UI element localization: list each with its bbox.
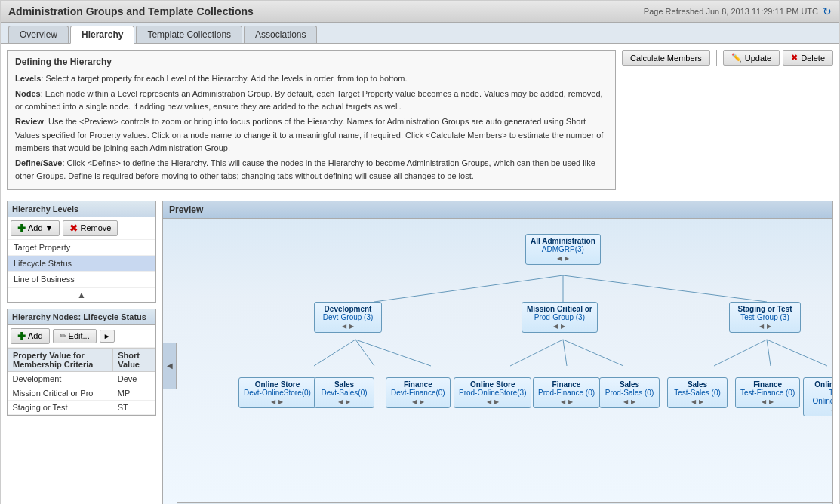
define-text: Click <Define> to define the Hierarchy. … bbox=[15, 158, 595, 181]
col-property: Property Value for Membership Criteria bbox=[8, 348, 113, 371]
scroll-btn[interactable]: ▶ bbox=[769, 398, 774, 405]
node-title: Online Store bbox=[808, 380, 832, 389]
scroll-btn[interactable]: ▶ bbox=[420, 398, 424, 405]
svg-line-8 bbox=[563, 340, 623, 366]
level2-node-0[interactable]: Online Store Devt-OnlineStore(0) ◀ ▶ bbox=[238, 377, 316, 408]
svg-line-11 bbox=[767, 340, 827, 366]
tab-template-collections[interactable]: Template Collections bbox=[136, 26, 242, 43]
left-panel: Hierarchy Levels ✚ Add ▼ ✖ Remove bbox=[7, 201, 156, 504]
svg-line-6 bbox=[510, 340, 563, 366]
edit-node-button[interactable]: ✏ Edit... bbox=[53, 329, 97, 343]
node-sub: Prod-Group (3) bbox=[527, 313, 592, 321]
level2-node-2[interactable]: Finance Devt-Finance(0) ◀ ▶ bbox=[386, 377, 451, 408]
scroll-btn[interactable]: ◀ bbox=[561, 398, 565, 405]
update-icon: ✏️ bbox=[731, 53, 742, 63]
level1-node-devt[interactable]: Development Devt-Group (3) ◀ ▶ bbox=[314, 302, 382, 333]
scroll-btn[interactable]: ▶ bbox=[568, 398, 573, 405]
level1-node-test[interactable]: Staging or Test Test-Group (3) ◀ ▶ bbox=[729, 302, 801, 333]
scroll-btn[interactable]: ◀ bbox=[412, 398, 417, 405]
scroll-btn[interactable]: ◀ bbox=[553, 323, 558, 330]
svg-line-10 bbox=[767, 340, 771, 366]
scroll-btn[interactable]: ◀ bbox=[691, 398, 696, 405]
tab-overview[interactable]: Overview bbox=[8, 26, 69, 43]
level2-node-8[interactable]: Online Store Test-OnlineStore(0) ◀ ▶ bbox=[803, 377, 832, 416]
scroll-btn[interactable]: ▶ bbox=[346, 398, 350, 405]
add-level-button[interactable]: ✚ Add ▼ bbox=[11, 220, 60, 236]
info-nodes: Nodes: Each node within a Level represen… bbox=[15, 88, 608, 114]
level2-node-7[interactable]: Finance Test-Finance (0) ◀ ▶ bbox=[735, 377, 800, 408]
tab-associations[interactable]: Associations bbox=[244, 26, 317, 43]
scroll-btn[interactable]: ◀ bbox=[759, 323, 764, 330]
node-sub: Prod-Finance (0) bbox=[538, 389, 595, 397]
remove-level-button[interactable]: ✖ Remove bbox=[63, 220, 118, 236]
node-sub: Devt-Group (3) bbox=[319, 313, 377, 321]
level1-node-prod[interactable]: Mission Critical or Prod-Group (3) ◀ ▶ bbox=[522, 302, 598, 333]
property-value: Development bbox=[8, 371, 113, 386]
more-button[interactable]: ► bbox=[100, 330, 115, 343]
content-area: Hierarchy Levels ✚ Add ▼ ✖ Remove bbox=[7, 201, 833, 504]
scroll-btn[interactable]: ▶ bbox=[494, 398, 499, 405]
scroll-btn[interactable]: ◀ bbox=[623, 398, 628, 405]
levels-label: Levels bbox=[15, 74, 41, 83]
node-title: Development bbox=[319, 305, 377, 313]
table-row[interactable]: Development Deve bbox=[8, 371, 155, 386]
preview-header: Preview bbox=[163, 201, 832, 219]
level2-node-6[interactable]: Sales Test-Sales (0) ◀ ▶ bbox=[667, 377, 728, 408]
plus-icon: ✚ bbox=[17, 330, 26, 342]
preview-box: Preview ◀ bbox=[162, 201, 833, 504]
scroll-btn[interactable]: ◀ bbox=[271, 398, 275, 405]
svg-line-0 bbox=[374, 275, 563, 302]
scroll-btn[interactable]: ◀ bbox=[557, 255, 562, 262]
scroll-btn[interactable]: ◀ bbox=[487, 398, 491, 405]
pencil-icon: ✏ bbox=[60, 331, 66, 341]
review-text: Use the <Preview> controls to zoom or br… bbox=[15, 117, 603, 152]
update-button[interactable]: ✏️ Update bbox=[723, 50, 780, 66]
refresh-icon[interactable]: ↻ bbox=[823, 5, 832, 17]
page-header: Administration Groups and Template Colle… bbox=[1, 1, 839, 23]
refresh-text: Page Refreshed Jun 8, 2013 11:29:11 PM U… bbox=[644, 7, 818, 16]
level2-node-5[interactable]: Sales Prod-Sales (0) ◀ ▶ bbox=[599, 377, 660, 408]
svg-line-5 bbox=[355, 340, 431, 366]
up-arrow[interactable]: ▲ bbox=[8, 287, 155, 302]
scroll-btn[interactable]: ▶ bbox=[631, 398, 635, 405]
list-item[interactable]: Line of Business bbox=[8, 272, 155, 287]
level2-node-1[interactable]: Sales Devt-Sales(0) ◀ ▶ bbox=[314, 377, 374, 408]
short-value: MP bbox=[113, 386, 155, 400]
add-node-button[interactable]: ✚ Add bbox=[11, 328, 50, 344]
scroll-btn[interactable]: ◀ bbox=[831, 407, 832, 413]
level2-node-3[interactable]: Online Store Prod-OnlineStore(3) ◀ ▶ bbox=[454, 377, 531, 408]
scroll-btn[interactable]: ▶ bbox=[278, 398, 283, 405]
node-title: Sales bbox=[605, 380, 654, 389]
scroll-left-arrow[interactable]: ◀ bbox=[163, 343, 177, 389]
nodes-toolbar: ✚ Add ✏ Edit... ► bbox=[8, 325, 155, 348]
level2-node-4[interactable]: Finance Prod-Finance (0) ◀ ▶ bbox=[533, 377, 600, 408]
table-row[interactable]: Staging or Test ST bbox=[8, 400, 155, 414]
node-sub: Devt-Sales(0) bbox=[319, 389, 369, 397]
calculate-members-button[interactable]: Calculate Members bbox=[622, 50, 710, 66]
scroll-btn[interactable]: ◀ bbox=[342, 323, 346, 330]
scroll-btn[interactable]: ▶ bbox=[561, 323, 565, 330]
nodes-text: Each node within a Level represents an A… bbox=[15, 89, 603, 112]
root-scrollbar: ◀ ▶ bbox=[531, 255, 595, 262]
delete-button[interactable]: ✖ Delete bbox=[783, 50, 833, 66]
table-row[interactable]: Mission Critical or Pro MP bbox=[8, 386, 155, 400]
scroll-btn[interactable]: ◀ bbox=[338, 398, 343, 405]
main-content: Defining the Hierarchy Levels: Select a … bbox=[1, 44, 839, 504]
svg-line-7 bbox=[563, 340, 567, 366]
list-item[interactable]: Lifecycle Status bbox=[8, 256, 155, 272]
scroll-btn[interactable]: ◀ bbox=[762, 398, 766, 405]
node-title: Online Store bbox=[244, 380, 311, 389]
node-title: Sales bbox=[319, 380, 369, 389]
scroll-btn[interactable]: ▶ bbox=[349, 323, 354, 330]
node-sub: Devt-Finance(0) bbox=[391, 389, 445, 397]
root-node[interactable]: All Administration ADMGRP(3) ◀ ▶ bbox=[525, 234, 601, 265]
svg-line-9 bbox=[714, 340, 767, 366]
scroll-btn[interactable]: ▶ bbox=[767, 323, 771, 330]
node-sub: Test-OnlineStore(0) bbox=[808, 389, 832, 405]
scroll-btn[interactable]: ▶ bbox=[699, 398, 703, 405]
scroll-btn[interactable]: ▶ bbox=[565, 255, 569, 262]
list-item[interactable]: Target Property bbox=[8, 240, 155, 256]
tab-hierarchy[interactable]: Hierarchy bbox=[70, 26, 134, 44]
levels-text: Select a target property for each Level … bbox=[45, 74, 407, 83]
node-title: Finance bbox=[538, 380, 595, 389]
